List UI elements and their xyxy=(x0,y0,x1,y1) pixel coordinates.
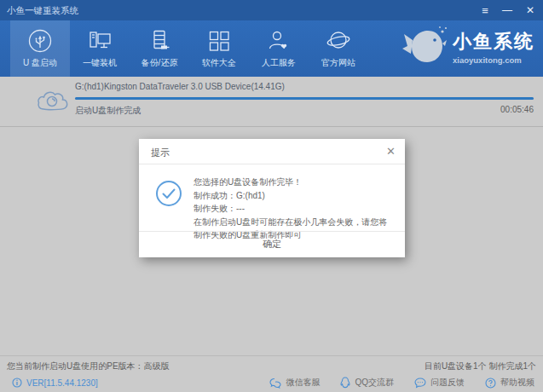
tab-human-service-label: 人工服务 xyxy=(262,57,296,69)
usb-count-status: 目前U盘设备1个 制作完成1个 xyxy=(425,360,536,372)
status-divider xyxy=(0,355,543,356)
link-qq-group[interactable]: QQ交流群 xyxy=(340,377,394,389)
toolbar: U 盘启动 一键装机 xyxy=(0,20,543,77)
tab-software-collection-label: 软件大全 xyxy=(202,57,236,69)
app-window: 小鱼一键重装系统 ≡ — ✕ xyxy=(0,0,543,392)
feedback-icon xyxy=(414,378,426,389)
tab-one-click-install[interactable]: 一键装机 xyxy=(70,20,130,77)
tab-backup-restore-label: 备份/还原 xyxy=(142,57,178,69)
tab-usb-boot-label: U 盘启动 xyxy=(23,57,57,69)
dialog-close-icon[interactable]: ✕ xyxy=(386,145,396,158)
progress-status-text: 启动U盘制作完成 xyxy=(75,105,141,117)
dialog-line: 制作成功：G:(hd1) xyxy=(194,189,393,203)
link-feedback[interactable]: 问题反馈 xyxy=(414,377,465,389)
pe-version-status: 您当前制作启动U盘使用的PE版本：高级版 xyxy=(7,360,170,372)
fish-logo-icon xyxy=(400,23,449,71)
dialog-header: 提示 ✕ xyxy=(139,139,405,164)
link-help-video-label: 帮助视频 xyxy=(500,377,534,389)
tab-usb-boot[interactable]: U 盘启动 xyxy=(10,20,70,77)
tab-official-website[interactable]: 官方网站 xyxy=(309,20,368,77)
tab-one-click-install-label: 一键装机 xyxy=(83,57,117,69)
tab-human-service[interactable]: 人工服务 xyxy=(249,20,309,77)
elapsed-timer: 00:05:46 xyxy=(500,105,534,114)
version-label: VER[11.5.44.1230] xyxy=(26,378,98,388)
link-qq-group-label: QQ交流群 xyxy=(355,377,394,389)
tab-backup-restore[interactable]: 备份/还原 xyxy=(130,20,189,77)
computer-icon xyxy=(87,28,113,54)
link-wechat-service-label: 微信客服 xyxy=(286,377,320,389)
dialog-title: 提示 xyxy=(151,147,170,159)
support-person-icon xyxy=(266,28,292,54)
brand-domain: xiaoyuxitong.com xyxy=(453,55,534,65)
link-feedback-label: 问题反馈 xyxy=(430,377,465,389)
dialog-line: 制作失败：--- xyxy=(194,202,393,216)
window-title: 小鱼一键重装系统 xyxy=(7,5,78,17)
brand-logo: 小鱼系统 xiaoyuxitong.com xyxy=(400,23,534,71)
link-help-video[interactable]: 帮助视频 xyxy=(485,377,534,389)
progress-bar xyxy=(75,97,534,100)
window-controls: ≡ — ✕ xyxy=(482,0,534,20)
usb-progress-panel: G:(hd1)Kingston DataTraveler 3.0 USB Dev… xyxy=(0,77,543,127)
wechat-icon xyxy=(269,378,281,389)
menu-icon[interactable]: ≡ xyxy=(482,5,488,16)
link-wechat-service[interactable]: 微信客服 xyxy=(269,377,320,389)
usb-icon xyxy=(27,28,53,54)
dialog-line: 您选择的U盘设备制作完毕！ xyxy=(194,176,393,189)
tab-software-collection[interactable]: 软件大全 xyxy=(189,20,249,77)
usb-device-label: G:(hd1)Kingston DataTraveler 3.0 USB Dev… xyxy=(75,82,285,91)
info-icon xyxy=(12,378,22,388)
apps-grid-icon xyxy=(206,28,232,54)
brand-name: 小鱼系统 xyxy=(453,29,534,55)
progress-bar-fill xyxy=(75,97,534,100)
version-info[interactable]: VER[11.5.44.1230] xyxy=(12,378,98,388)
globe-icon xyxy=(326,28,351,54)
prompt-dialog: 提示 ✕ 您选择的U盘设备制作完毕！ 制作成功：G:(hd1) 制作失败：---… xyxy=(139,139,405,257)
tab-official-website-label: 官方网站 xyxy=(321,57,355,69)
titlebar: 小鱼一键重装系统 ≡ — ✕ xyxy=(0,0,543,20)
minimize-icon[interactable]: — xyxy=(502,5,512,15)
dialog-footer: 确定 xyxy=(139,231,405,257)
backup-restore-icon xyxy=(147,28,172,54)
cloud-icon xyxy=(36,88,70,117)
help-video-icon xyxy=(485,378,496,389)
ok-button[interactable]: 确定 xyxy=(244,238,300,251)
qq-icon xyxy=(340,377,350,389)
dialog-body: 您选择的U盘设备制作完毕！ 制作成功：G:(hd1) 制作失败：--- 在制作启… xyxy=(139,164,405,242)
close-icon[interactable]: ✕ xyxy=(526,5,534,15)
footer-links: 微信客服 QQ交流群 问题反馈 帮助视频 xyxy=(269,377,534,389)
